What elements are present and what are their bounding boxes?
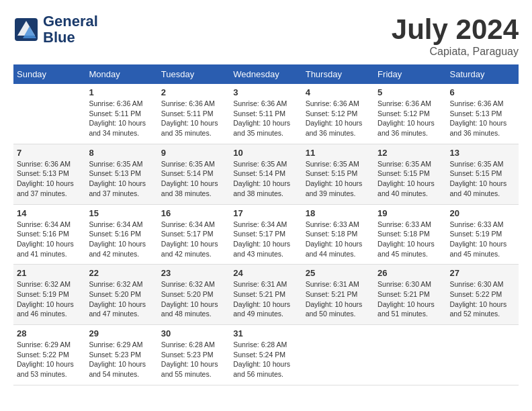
day-info: Sunrise: 6:33 AMSunset: 5:19 PMDaylight:… (450, 220, 515, 259)
day-info: Sunrise: 6:33 AMSunset: 5:18 PMDaylight:… (306, 220, 371, 259)
day-info: Sunrise: 6:36 AMSunset: 5:12 PMDaylight:… (378, 99, 443, 138)
logo-text: GeneralBlue (43, 13, 98, 46)
day-number: 3 (233, 87, 298, 97)
header-tuesday: Tuesday (158, 64, 230, 84)
calendar-cell: 3Sunrise: 6:36 AMSunset: 5:11 PMDaylight… (230, 84, 302, 144)
title-block: July 2024 Capiata, Paraguay (392, 13, 519, 58)
day-info: Sunrise: 6:34 AMSunset: 5:17 PMDaylight:… (233, 220, 298, 259)
calendar-cell: 25Sunrise: 6:31 AMSunset: 5:21 PMDayligh… (302, 265, 374, 325)
day-number: 20 (450, 208, 515, 218)
header-thursday: Thursday (302, 64, 374, 84)
day-number: 22 (89, 268, 154, 278)
calendar-cell: 17Sunrise: 6:34 AMSunset: 5:17 PMDayligh… (230, 204, 302, 265)
page-header: GeneralBlue July 2024 Capiata, Paraguay (13, 13, 519, 58)
day-info: Sunrise: 6:36 AMSunset: 5:13 PMDaylight:… (450, 99, 515, 138)
calendar-header-row: SundayMondayTuesdayWednesdayThursdayFrid… (13, 64, 519, 84)
calendar-cell (447, 325, 519, 385)
calendar-cell: 26Sunrise: 6:30 AMSunset: 5:21 PMDayligh… (374, 265, 446, 325)
calendar-cell: 20Sunrise: 6:33 AMSunset: 5:19 PMDayligh… (447, 204, 519, 265)
day-info: Sunrise: 6:36 AMSunset: 5:12 PMDaylight:… (306, 99, 371, 138)
calendar-cell: 29Sunrise: 6:29 AMSunset: 5:23 PMDayligh… (85, 325, 157, 385)
day-info: Sunrise: 6:33 AMSunset: 5:18 PMDaylight:… (378, 220, 443, 259)
day-info: Sunrise: 6:34 AMSunset: 5:17 PMDaylight:… (161, 220, 226, 259)
calendar-cell (374, 325, 446, 385)
calendar-cell: 24Sunrise: 6:31 AMSunset: 5:21 PMDayligh… (230, 265, 302, 325)
day-number: 7 (17, 148, 82, 158)
day-number: 5 (378, 87, 443, 97)
day-info: Sunrise: 6:34 AMSunset: 5:16 PMDaylight:… (89, 220, 154, 259)
calendar-cell: 22Sunrise: 6:32 AMSunset: 5:20 PMDayligh… (85, 265, 157, 325)
calendar-cell: 11Sunrise: 6:35 AMSunset: 5:15 PMDayligh… (302, 144, 374, 204)
calendar-cell: 1Sunrise: 6:36 AMSunset: 5:11 PMDaylight… (85, 84, 157, 144)
calendar-cell: 30Sunrise: 6:28 AMSunset: 5:23 PMDayligh… (158, 325, 230, 385)
calendar-cell: 31Sunrise: 6:28 AMSunset: 5:24 PMDayligh… (230, 325, 302, 385)
calendar-cell: 10Sunrise: 6:35 AMSunset: 5:14 PMDayligh… (230, 144, 302, 204)
header-saturday: Saturday (447, 64, 519, 84)
header-monday: Monday (85, 64, 157, 84)
calendar-cell: 8Sunrise: 6:35 AMSunset: 5:13 PMDaylight… (85, 144, 157, 204)
calendar-cell (302, 325, 374, 385)
day-number: 18 (306, 208, 371, 218)
day-number: 23 (161, 268, 226, 278)
calendar-cell: 27Sunrise: 6:30 AMSunset: 5:22 PMDayligh… (447, 265, 519, 325)
calendar-cell: 13Sunrise: 6:35 AMSunset: 5:15 PMDayligh… (447, 144, 519, 204)
day-info: Sunrise: 6:32 AMSunset: 5:19 PMDaylight:… (17, 279, 82, 319)
day-info: Sunrise: 6:30 AMSunset: 5:21 PMDaylight:… (378, 279, 443, 319)
day-info: Sunrise: 6:31 AMSunset: 5:21 PMDaylight:… (306, 279, 371, 319)
day-info: Sunrise: 6:36 AMSunset: 5:13 PMDaylight:… (17, 159, 82, 199)
calendar-cell: 15Sunrise: 6:34 AMSunset: 5:16 PMDayligh… (85, 204, 157, 265)
day-info: Sunrise: 6:28 AMSunset: 5:24 PMDaylight:… (233, 340, 298, 379)
calendar-cell: 16Sunrise: 6:34 AMSunset: 5:17 PMDayligh… (158, 204, 230, 265)
day-number: 31 (233, 328, 298, 338)
calendar-table: SundayMondayTuesdayWednesdayThursdayFrid… (13, 64, 519, 385)
calendar-cell: 28Sunrise: 6:29 AMSunset: 5:22 PMDayligh… (13, 325, 85, 385)
calendar-cell: 7Sunrise: 6:36 AMSunset: 5:13 PMDaylight… (13, 144, 85, 204)
day-info: Sunrise: 6:30 AMSunset: 5:22 PMDaylight:… (450, 279, 515, 319)
day-info: Sunrise: 6:32 AMSunset: 5:20 PMDaylight:… (89, 279, 154, 319)
day-info: Sunrise: 6:28 AMSunset: 5:23 PMDaylight:… (161, 340, 226, 379)
calendar-cell: 23Sunrise: 6:32 AMSunset: 5:20 PMDayligh… (158, 265, 230, 325)
day-info: Sunrise: 6:35 AMSunset: 5:14 PMDaylight:… (161, 159, 226, 199)
day-info: Sunrise: 6:36 AMSunset: 5:11 PMDaylight:… (89, 99, 154, 138)
header-wednesday: Wednesday (230, 64, 302, 84)
day-info: Sunrise: 6:35 AMSunset: 5:14 PMDaylight:… (233, 159, 298, 199)
day-number: 4 (306, 87, 371, 97)
day-info: Sunrise: 6:31 AMSunset: 5:21 PMDaylight:… (233, 279, 298, 319)
month-title: July 2024 (392, 13, 519, 46)
header-sunday: Sunday (13, 64, 85, 84)
calendar-cell: 14Sunrise: 6:34 AMSunset: 5:16 PMDayligh… (13, 204, 85, 265)
calendar-cell: 18Sunrise: 6:33 AMSunset: 5:18 PMDayligh… (302, 204, 374, 265)
day-number: 25 (306, 268, 371, 278)
day-number: 12 (378, 148, 443, 158)
logo-icon (13, 17, 39, 42)
day-number: 29 (89, 328, 154, 338)
calendar-week-3: 21Sunrise: 6:32 AMSunset: 5:19 PMDayligh… (13, 265, 519, 325)
day-number: 14 (17, 208, 82, 218)
day-number: 2 (161, 87, 226, 97)
calendar-week-2: 14Sunrise: 6:34 AMSunset: 5:16 PMDayligh… (13, 204, 519, 265)
day-info: Sunrise: 6:36 AMSunset: 5:11 PMDaylight:… (161, 99, 226, 138)
day-number: 21 (17, 268, 82, 278)
day-info: Sunrise: 6:29 AMSunset: 5:23 PMDaylight:… (89, 340, 154, 379)
day-number: 10 (233, 148, 298, 158)
day-number: 28 (17, 328, 82, 338)
calendar-cell: 5Sunrise: 6:36 AMSunset: 5:12 PMDaylight… (374, 84, 446, 144)
day-number: 30 (161, 328, 226, 338)
calendar-cell: 4Sunrise: 6:36 AMSunset: 5:12 PMDaylight… (302, 84, 374, 144)
calendar-cell: 21Sunrise: 6:32 AMSunset: 5:19 PMDayligh… (13, 265, 85, 325)
day-number: 8 (89, 148, 154, 158)
day-number: 9 (161, 148, 226, 158)
day-number: 1 (89, 87, 154, 97)
calendar-cell: 9Sunrise: 6:35 AMSunset: 5:14 PMDaylight… (158, 144, 230, 204)
day-number: 16 (161, 208, 226, 218)
calendar-week-0: 1Sunrise: 6:36 AMSunset: 5:11 PMDaylight… (13, 84, 519, 144)
day-number: 24 (233, 268, 298, 278)
day-number: 11 (306, 148, 371, 158)
day-number: 19 (378, 208, 443, 218)
day-info: Sunrise: 6:35 AMSunset: 5:15 PMDaylight:… (378, 159, 443, 199)
calendar-cell: 2Sunrise: 6:36 AMSunset: 5:11 PMDaylight… (158, 84, 230, 144)
calendar-cell: 6Sunrise: 6:36 AMSunset: 5:13 PMDaylight… (447, 84, 519, 144)
location: Capiata, Paraguay (392, 46, 519, 58)
calendar-cell (13, 84, 85, 144)
logo: GeneralBlue (13, 13, 98, 46)
